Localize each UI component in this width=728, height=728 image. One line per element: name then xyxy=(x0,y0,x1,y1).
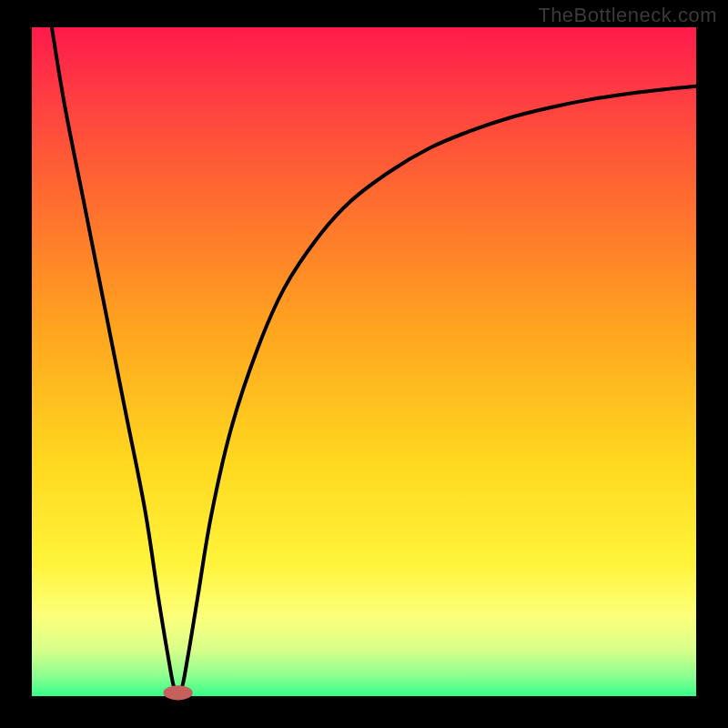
watermark-text: TheBottleneck.com xyxy=(538,4,717,27)
optimal-point-marker xyxy=(164,685,193,700)
chart-frame: TheBottleneck.com xyxy=(0,0,728,728)
plot-background xyxy=(32,27,696,696)
bottleneck-chart xyxy=(0,0,728,728)
